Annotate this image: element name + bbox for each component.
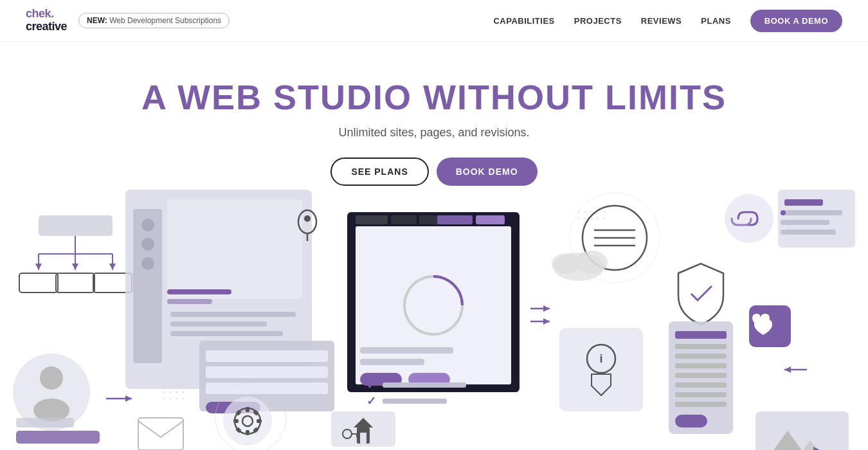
hero-subtitle: Unlimited sites, pages, and revisions. bbox=[0, 126, 868, 140]
svg-point-87 bbox=[590, 211, 593, 213]
svg-marker-110 bbox=[125, 395, 132, 402]
svg-marker-67 bbox=[543, 305, 550, 312]
svg-rect-55 bbox=[360, 347, 453, 354]
svg-point-86 bbox=[584, 211, 586, 213]
svg-text:✓: ✓ bbox=[366, 395, 376, 408]
svg-rect-81 bbox=[675, 392, 727, 397]
svg-point-65 bbox=[552, 253, 580, 274]
book-demo-hero-button[interactable]: BOOK DEMO bbox=[437, 158, 538, 186]
svg-rect-38 bbox=[170, 331, 283, 336]
svg-rect-134 bbox=[383, 399, 447, 404]
svg-rect-80 bbox=[675, 382, 727, 388]
logo-text-line1: chek. bbox=[26, 8, 67, 21]
svg-point-92 bbox=[590, 217, 593, 220]
svg-point-89 bbox=[603, 211, 606, 213]
svg-rect-56 bbox=[360, 359, 424, 365]
book-demo-button[interactable]: BOOK A DEMO bbox=[750, 10, 842, 32]
svg-rect-98 bbox=[784, 220, 829, 225]
svg-rect-114 bbox=[246, 407, 249, 412]
badge-new-label: NEW: bbox=[87, 16, 107, 25]
svg-point-14 bbox=[176, 397, 178, 400]
svg-rect-70 bbox=[559, 328, 643, 411]
svg-rect-44 bbox=[206, 366, 328, 378]
svg-rect-26 bbox=[56, 273, 95, 292]
svg-rect-108 bbox=[16, 418, 74, 428]
svg-marker-23 bbox=[72, 264, 78, 270]
svg-text:i: i bbox=[599, 352, 602, 365]
nav-projects[interactable]: PROJECTS bbox=[574, 16, 622, 26]
svg-rect-53 bbox=[476, 215, 505, 224]
svg-point-105 bbox=[40, 366, 63, 390]
svg-rect-135 bbox=[755, 411, 849, 450]
svg-point-12 bbox=[163, 397, 165, 400]
svg-point-8 bbox=[163, 391, 165, 393]
new-badge: NEW: Web Development Subscriptions bbox=[78, 13, 230, 28]
svg-rect-37 bbox=[170, 321, 267, 327]
svg-point-91 bbox=[584, 217, 586, 220]
svg-point-32 bbox=[141, 238, 154, 251]
svg-point-94 bbox=[603, 217, 606, 220]
svg-marker-24 bbox=[109, 264, 116, 270]
nav-plans[interactable]: PLANS bbox=[701, 16, 731, 26]
svg-rect-125 bbox=[360, 433, 366, 444]
svg-rect-115 bbox=[246, 430, 249, 435]
svg-rect-83 bbox=[675, 415, 707, 428]
svg-marker-69 bbox=[543, 318, 550, 325]
nav-reviews[interactable]: REVIEWS bbox=[641, 16, 682, 26]
svg-rect-107 bbox=[16, 431, 100, 444]
svg-rect-34 bbox=[167, 289, 231, 294]
logo: chek. creative bbox=[26, 8, 67, 33]
see-plans-button[interactable]: SEE PLANS bbox=[330, 158, 428, 186]
svg-point-64 bbox=[575, 251, 608, 274]
svg-rect-25 bbox=[19, 273, 58, 292]
svg-rect-29 bbox=[167, 199, 302, 299]
svg-rect-16 bbox=[39, 215, 113, 236]
header-left: chek. creative NEW: Web Development Subs… bbox=[26, 8, 230, 33]
svg-rect-78 bbox=[675, 363, 727, 368]
svg-rect-35 bbox=[167, 299, 212, 304]
svg-rect-79 bbox=[675, 373, 727, 378]
svg-text:✓: ✓ bbox=[366, 379, 376, 392]
svg-point-102 bbox=[781, 230, 786, 235]
svg-point-111 bbox=[223, 397, 272, 446]
svg-point-33 bbox=[141, 257, 154, 270]
svg-rect-52 bbox=[437, 215, 473, 224]
svg-rect-82 bbox=[675, 402, 727, 407]
header: chek. creative NEW: Web Development Subs… bbox=[0, 0, 868, 42]
svg-rect-45 bbox=[206, 382, 328, 394]
svg-rect-117 bbox=[257, 419, 262, 423]
svg-point-9 bbox=[169, 391, 172, 393]
nav-capabilities[interactable]: CAPABILITIES bbox=[493, 16, 554, 26]
badge-text: Web Development Subscriptions bbox=[109, 16, 221, 25]
hero-title: A WEB STUDIO WITHOUT LIMITS bbox=[0, 77, 868, 117]
svg-rect-77 bbox=[675, 354, 727, 359]
svg-point-13 bbox=[169, 397, 172, 400]
svg-point-10 bbox=[176, 391, 178, 393]
main-nav: CAPABILITIES PROJECTS REVIEWS PLANS BOOK… bbox=[493, 10, 842, 32]
svg-point-31 bbox=[141, 219, 154, 231]
svg-rect-36 bbox=[170, 312, 296, 317]
svg-rect-116 bbox=[233, 419, 239, 423]
svg-point-40 bbox=[304, 215, 311, 222]
svg-rect-50 bbox=[391, 215, 417, 224]
logo-text-line2: creative bbox=[26, 21, 67, 33]
svg-point-88 bbox=[597, 211, 599, 213]
svg-rect-75 bbox=[675, 331, 727, 339]
hero-buttons: SEE PLANS BOOK DEMO bbox=[0, 158, 868, 186]
svg-point-11 bbox=[182, 391, 185, 393]
svg-rect-43 bbox=[206, 350, 328, 362]
svg-marker-22 bbox=[35, 264, 42, 270]
svg-point-93 bbox=[597, 217, 599, 220]
svg-point-101 bbox=[781, 220, 786, 225]
svg-rect-97 bbox=[784, 210, 842, 215]
svg-marker-140 bbox=[784, 366, 791, 373]
svg-point-90 bbox=[577, 217, 580, 220]
svg-rect-49 bbox=[356, 215, 388, 224]
svg-point-15 bbox=[182, 397, 185, 400]
svg-rect-133 bbox=[383, 382, 466, 388]
svg-point-100 bbox=[781, 210, 786, 215]
svg-rect-30 bbox=[133, 209, 162, 363]
hero-illustration: i bbox=[0, 180, 868, 450]
svg-rect-99 bbox=[784, 230, 836, 235]
svg-rect-130 bbox=[138, 418, 183, 450]
